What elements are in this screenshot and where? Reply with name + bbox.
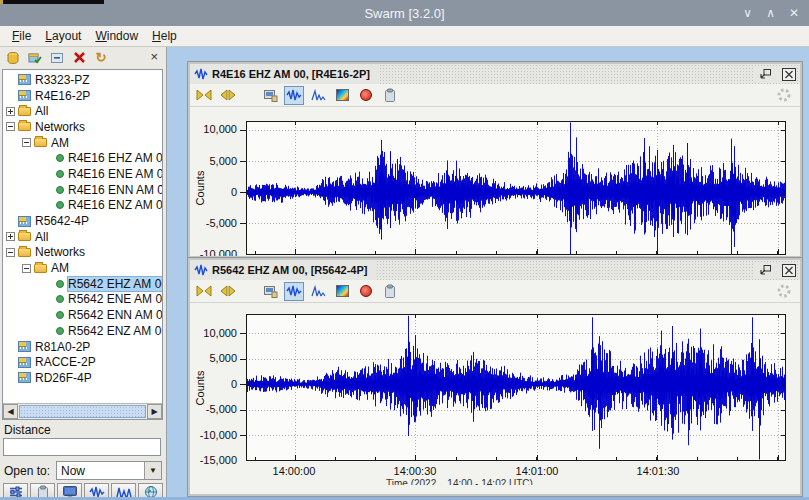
distance-input[interactable] bbox=[3, 438, 161, 456]
wave-frame-icon bbox=[194, 264, 208, 276]
frame-restore-icon[interactable] bbox=[758, 67, 773, 81]
delete-datasource-icon[interactable] bbox=[71, 50, 87, 66]
filter-icon[interactable] bbox=[356, 86, 376, 105]
tree-item-icon bbox=[18, 107, 31, 116]
expander-icon[interactable] bbox=[22, 138, 31, 147]
combo-dropdown-icon[interactable]: ▼ bbox=[144, 462, 161, 479]
filter-icon[interactable] bbox=[356, 282, 376, 301]
tree-item[interactable]: All bbox=[3, 229, 162, 245]
expand-time-icon[interactable] bbox=[218, 86, 238, 105]
maximize[interactable]: ∧ bbox=[766, 6, 775, 20]
tree-item-label: R4E16 ENZ AM 00 bbox=[68, 198, 162, 212]
menu-item[interactable]: File bbox=[6, 27, 39, 45]
waveform-canvas[interactable] bbox=[240, 121, 786, 255]
tree-item-label: R4E16 ENE AM 00 bbox=[68, 167, 162, 181]
tree-item[interactable]: R4E16 ENE AM 00 bbox=[3, 166, 162, 182]
spectrogram-view-icon[interactable] bbox=[332, 282, 352, 301]
tree-item[interactable]: All bbox=[3, 103, 162, 119]
window-title: Swarm [3.2.0] bbox=[364, 6, 444, 21]
spectra-view-icon[interactable] bbox=[308, 86, 328, 105]
tree-item-label: Networks bbox=[35, 245, 85, 259]
scroll-left-icon[interactable]: ◀ bbox=[3, 404, 18, 419]
tree-item[interactable]: Networks bbox=[3, 245, 162, 261]
tree-item-label: R5642 EHZ AM 00 bbox=[68, 277, 162, 291]
tree-item[interactable]: Networks bbox=[3, 119, 162, 135]
wave-view-toolbar bbox=[190, 84, 800, 107]
y-tick-label: -5,000 bbox=[190, 403, 237, 415]
waveform-plot-area: Counts 10,000 5,000 0 -5,000 -10,000 bbox=[190, 107, 800, 256]
tree-item-icon bbox=[56, 280, 64, 288]
screen-artifact bbox=[0, 0, 104, 4]
expand-time-icon[interactable] bbox=[218, 282, 238, 301]
tree-item-icon bbox=[34, 264, 47, 273]
tree-item[interactable]: R4E16 EHZ AM 00 bbox=[3, 150, 162, 166]
tree-item[interactable]: R81A0-2P bbox=[3, 339, 162, 355]
tree-item-label: R5642 ENZ AM 00 bbox=[68, 324, 162, 338]
frame-close-icon[interactable] bbox=[781, 67, 796, 81]
open-to-combobox[interactable]: Now ▼ bbox=[56, 461, 162, 480]
tree-item-icon bbox=[18, 372, 31, 383]
tree-item[interactable]: R4E16 ENZ AM 00 bbox=[3, 198, 162, 214]
copy-clipboard-icon[interactable] bbox=[380, 282, 400, 301]
frame-close-icon[interactable] bbox=[781, 263, 796, 277]
wave-view-icon[interactable] bbox=[284, 86, 304, 105]
open-clipboard-icon[interactable] bbox=[260, 86, 280, 105]
new-datasource-icon[interactable] bbox=[5, 50, 21, 66]
window-controls: ∨∧✕ bbox=[743, 0, 799, 26]
frame-titlebar[interactable]: R5642 EHZ AM 00, [R5642-4P] bbox=[190, 260, 800, 281]
frame-restore-icon[interactable] bbox=[758, 263, 773, 277]
expander-icon[interactable] bbox=[6, 107, 15, 116]
expander-icon[interactable] bbox=[22, 264, 31, 273]
tree-item-icon bbox=[56, 327, 64, 335]
waveform-plot-area: Counts 10,000 5,000 0 -5,000 -10,000 -15… bbox=[190, 303, 800, 485]
minimize[interactable]: ∨ bbox=[743, 6, 752, 20]
open-to-value: Now bbox=[57, 462, 144, 479]
tree-item[interactable]: R4E16-2P bbox=[3, 88, 162, 104]
panel-close-icon[interactable]: × bbox=[150, 49, 158, 64]
open-clipboard-icon[interactable] bbox=[260, 282, 280, 301]
spectrogram-view-icon[interactable] bbox=[332, 86, 352, 105]
datasource-tree: R3323-PZ R4E16-2P All bbox=[2, 69, 163, 420]
menu-item[interactable]: Window bbox=[89, 27, 146, 45]
refresh-icon[interactable]: ↻ bbox=[93, 50, 109, 66]
x-tick-label: 14:00:30 bbox=[380, 465, 450, 477]
tree-item[interactable]: RACCE-2P bbox=[3, 354, 162, 370]
close[interactable]: ✕ bbox=[789, 6, 799, 20]
tree-item[interactable]: R5642 EHZ AM 00 bbox=[3, 276, 162, 292]
expander-icon[interactable] bbox=[6, 122, 15, 131]
expander-icon[interactable] bbox=[6, 248, 15, 257]
y-tick-label: -10,000 bbox=[190, 429, 237, 441]
tree-item-icon bbox=[56, 201, 64, 209]
expander-icon[interactable] bbox=[6, 232, 15, 241]
tree-item-label: R5642 ENN AM 00 bbox=[68, 308, 162, 322]
tree-item-label: R3323-PZ bbox=[35, 73, 90, 87]
tree-item[interactable]: R4E16 ENN AM 00 bbox=[3, 182, 162, 198]
scroll-right-icon[interactable]: ▶ bbox=[147, 404, 162, 419]
edit-datasource-icon[interactable] bbox=[27, 50, 43, 66]
compress-time-icon[interactable] bbox=[194, 282, 214, 301]
tree-item[interactable]: AM bbox=[3, 135, 162, 151]
wave-view-icon[interactable] bbox=[284, 282, 304, 301]
tree-item[interactable]: R5642 ENZ AM 00 bbox=[3, 323, 162, 339]
waveform-plot: Counts 10,000 5,000 0 -5,000 -10,000 -15… bbox=[246, 314, 786, 461]
collapse-all-icon[interactable] bbox=[49, 50, 65, 66]
tree-item[interactable]: R5642 ENN AM 00 bbox=[3, 307, 162, 323]
tree-item[interactable]: R5642-4P bbox=[3, 213, 162, 229]
tree-item-label: R5642-4P bbox=[35, 214, 89, 228]
frame-titlebar[interactable]: R4E16 EHZ AM 00, [R4E16-2P] bbox=[190, 64, 800, 85]
desktop-area: R4E16 EHZ AM 00, [R4E16-2P] bbox=[167, 47, 809, 500]
tree-horizontal-scrollbar[interactable]: ◀ ▶ bbox=[3, 403, 162, 419]
tree-item[interactable]: R3323-PZ bbox=[3, 72, 162, 88]
tree-item-label: RD26F-4P bbox=[35, 371, 92, 385]
copy-clipboard-icon[interactable] bbox=[380, 86, 400, 105]
spectra-view-icon[interactable] bbox=[308, 282, 328, 301]
scrollbar-thumb[interactable] bbox=[19, 405, 146, 418]
waveform-canvas[interactable] bbox=[240, 314, 786, 461]
window-titlebar[interactable]: Swarm [3.2.0] ∨∧✕ bbox=[0, 0, 809, 26]
tree-item[interactable]: RD26F-4P bbox=[3, 370, 162, 386]
compress-time-icon[interactable] bbox=[194, 86, 214, 105]
menu-item[interactable]: Help bbox=[146, 27, 185, 45]
tree-item[interactable]: AM bbox=[3, 260, 162, 276]
tree-item[interactable]: R5642 ENE AM 00 bbox=[3, 292, 162, 308]
menu-item[interactable]: Layout bbox=[39, 27, 89, 45]
